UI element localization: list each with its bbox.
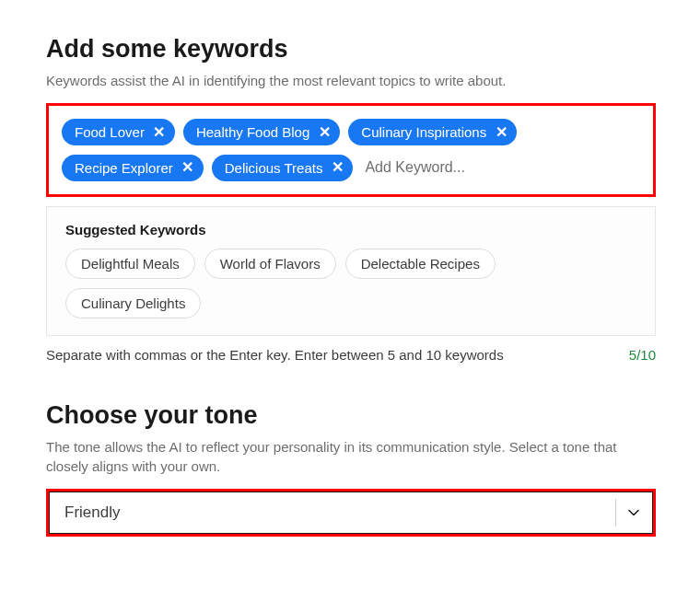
close-icon[interactable]: ✕	[318, 125, 331, 140]
close-icon[interactable]: ✕	[331, 160, 344, 175]
tone-select-highlight: Friendly	[46, 489, 656, 537]
keyword-chip: Healthy Food Blog ✕	[183, 119, 340, 145]
keyword-chip-label: Delicious Treats	[225, 160, 323, 176]
suggested-keywords-list: Delightful Meals World of Flavors Delect…	[65, 249, 636, 318]
tone-description: The tone allows the AI to reflect your p…	[46, 437, 656, 476]
add-keyword-input[interactable]	[361, 154, 499, 181]
keywords-title: Add some keywords	[46, 35, 656, 64]
suggested-keywords-box: Suggested Keywords Delightful Meals Worl…	[46, 206, 656, 336]
tone-section: Choose your tone The tone allows the AI …	[46, 401, 656, 537]
select-divider	[615, 499, 616, 526]
keywords-hint-row: Separate with commas or the Enter key. E…	[46, 347, 656, 363]
tone-title: Choose your tone	[46, 401, 656, 430]
close-icon[interactable]: ✕	[153, 125, 166, 140]
suggested-keywords-title: Suggested Keywords	[65, 222, 636, 237]
suggested-keyword-pill[interactable]: Culinary Delights	[65, 288, 201, 318]
suggested-keyword-pill[interactable]: Delightful Meals	[65, 249, 195, 279]
keywords-input-area[interactable]: Food Lover ✕ Healthy Food Blog ✕ Culinar…	[49, 106, 653, 194]
keywords-input-highlight: Food Lover ✕ Healthy Food Blog ✕ Culinar…	[46, 103, 656, 197]
close-icon[interactable]: ✕	[181, 160, 194, 175]
keywords-description: Keywords assist the AI in identifying th…	[46, 71, 656, 90]
keyword-chip-label: Culinary Inspirations	[361, 124, 486, 140]
keywords-count: 5/10	[629, 347, 656, 363]
keyword-chip: Culinary Inspirations ✕	[348, 119, 517, 145]
keyword-chip-label: Food Lover	[75, 124, 145, 140]
keywords-hint-text: Separate with commas or the Enter key. E…	[46, 347, 504, 363]
keyword-chip-label: Recipe Explorer	[75, 160, 173, 176]
suggested-keyword-pill[interactable]: World of Flavors	[204, 249, 336, 279]
tone-select-wrap: Friendly	[49, 492, 653, 534]
keywords-section: Add some keywords Keywords assist the AI…	[46, 35, 656, 363]
keyword-chip: Food Lover ✕	[62, 119, 175, 145]
close-icon[interactable]: ✕	[495, 125, 508, 140]
tone-selected-value: Friendly	[64, 503, 120, 522]
keyword-chip: Delicious Treats ✕	[212, 155, 354, 181]
suggested-keyword-pill[interactable]: Delectable Recipes	[345, 249, 496, 279]
keyword-chip: Recipe Explorer ✕	[62, 155, 204, 181]
keyword-chip-label: Healthy Food Blog	[196, 124, 309, 140]
tone-select[interactable]: Friendly	[49, 492, 653, 534]
